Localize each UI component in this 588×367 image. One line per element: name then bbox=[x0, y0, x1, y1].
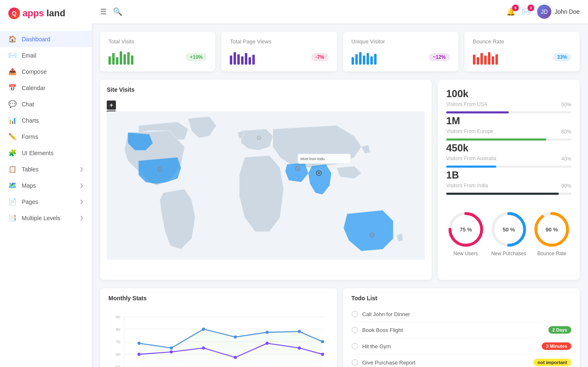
svg-point-49 bbox=[170, 350, 173, 354]
svg-text:50: 50 bbox=[116, 364, 120, 367]
compose-icon: 📤 bbox=[8, 68, 17, 75]
sidebar-item-maps[interactable]: 🗺️ Maps ❯ bbox=[0, 177, 92, 194]
dashboard-icon: 🏠 bbox=[8, 35, 17, 43]
svg-text:50 %: 50 % bbox=[503, 226, 515, 233]
svg-text:80: 80 bbox=[116, 327, 120, 332]
sidebar-label-forms: Forms bbox=[22, 133, 38, 140]
sidebar-label-chat: Chat bbox=[22, 101, 34, 108]
svg-text:Mort fron Indu: Mort fron Indu bbox=[301, 157, 325, 161]
todo-text-1: Book Boss Flight bbox=[362, 327, 544, 333]
vs-value: 1M bbox=[446, 115, 571, 127]
bar bbox=[123, 54, 126, 65]
svg-point-6 bbox=[297, 168, 298, 169]
vs-pct: 40% bbox=[561, 156, 571, 162]
sidebar-label-charts: Charts bbox=[22, 117, 39, 124]
sidebar-item-chat[interactable]: 💬 Chat bbox=[0, 96, 92, 112]
sidebar-item-calendar[interactable]: 📅 Calendar bbox=[0, 80, 92, 96]
svg-point-52 bbox=[266, 342, 269, 345]
svg-point-44 bbox=[234, 335, 237, 339]
tables-icon: 📋 bbox=[8, 165, 17, 173]
menu-icon[interactable]: ☰ bbox=[100, 7, 107, 16]
vs-bar-fill bbox=[446, 111, 509, 113]
sidebar-nav: 🏠 Dashboard ✉️ Email 📤 Compose 📅 Calenda… bbox=[0, 27, 92, 367]
svg-point-41 bbox=[138, 342, 141, 345]
vs-bar-bg bbox=[446, 166, 571, 168]
search-icon[interactable]: 🔍 bbox=[113, 7, 122, 16]
todo-checkbox-0[interactable] bbox=[352, 311, 358, 317]
bar bbox=[367, 53, 369, 65]
sidebar-label-ui-elements: UI Elements bbox=[22, 150, 53, 156]
sidebar-item-charts[interactable]: 📊 Charts bbox=[0, 112, 92, 128]
vs-value: 1B bbox=[446, 169, 571, 181]
todo-checkbox-1[interactable] bbox=[352, 327, 358, 333]
todo-item-2: Hit the Gym 3 Minutes bbox=[352, 338, 572, 354]
main-content: ☰ 🔍 🔔 5 ✉️ 3 JD John Doe Total Visits +1… bbox=[92, 0, 588, 367]
sidebar-item-tables[interactable]: 📋 Tables ❯ bbox=[0, 161, 92, 177]
stat-card-3: Bounce Rate 33% bbox=[465, 32, 580, 71]
sidebar-item-pages[interactable]: 📄 Pages ❯ bbox=[0, 194, 92, 210]
svg-point-2 bbox=[159, 169, 160, 170]
stat-badge: ~12% bbox=[429, 53, 450, 61]
todo-text-0: Call John for Dinner bbox=[362, 311, 572, 317]
sidebar-item-email[interactable]: ✉️ Email bbox=[0, 47, 92, 63]
expand-arrow: ❯ bbox=[80, 215, 83, 221]
logo-icon: Q bbox=[8, 8, 20, 19]
avatar: JD bbox=[537, 5, 551, 19]
stat-badge: +10% bbox=[186, 53, 207, 61]
sidebar-label-email: Email bbox=[22, 52, 36, 59]
sidebar-item-dashboard[interactable]: 🏠 Dashboard bbox=[0, 31, 92, 47]
app-logo[interactable]: Q apps land bbox=[0, 0, 92, 27]
bar bbox=[488, 52, 490, 65]
bar bbox=[127, 52, 130, 65]
vs-label: Visitors From Europe bbox=[446, 128, 493, 134]
bar bbox=[120, 51, 122, 65]
bar bbox=[252, 55, 255, 65]
bar bbox=[112, 53, 115, 65]
todo-checkbox-3[interactable] bbox=[352, 359, 358, 366]
user-name: John Doe bbox=[555, 8, 580, 15]
stat-body: -7% bbox=[230, 50, 328, 65]
bar bbox=[230, 55, 232, 65]
vs-pct: 90% bbox=[561, 183, 571, 189]
notifications-button[interactable]: 🔔 5 bbox=[506, 7, 515, 16]
middle-section: Site Visits + - bbox=[100, 80, 580, 280]
visitor-stat-3: 1B Visitors From India 90% bbox=[446, 169, 571, 195]
stat-bars bbox=[352, 50, 377, 65]
todo-list: Call John for Dinner Book Boss Flight 2 … bbox=[352, 307, 572, 367]
chat-icon: 💬 bbox=[8, 100, 17, 108]
sidebar-item-compose[interactable]: 📤 Compose bbox=[0, 63, 92, 80]
donut-label-0: New Users bbox=[447, 251, 485, 256]
stats-row: Total Visits +10% Total Page Views -7% U… bbox=[100, 32, 580, 71]
sidebar-item-multiple-levels[interactable]: 📑 Multiple Levels ❯ bbox=[0, 210, 92, 226]
vs-value: 100k bbox=[446, 88, 571, 100]
bar bbox=[116, 57, 118, 65]
pages-icon: 📄 bbox=[8, 198, 17, 206]
svg-text:70: 70 bbox=[116, 339, 120, 344]
bar bbox=[370, 56, 373, 65]
stat-card-1: Total Page Views -7% bbox=[221, 32, 337, 71]
svg-point-54 bbox=[321, 353, 324, 356]
sidebar-item-forms[interactable]: ✏️ Forms bbox=[0, 128, 92, 145]
stat-body: 33% bbox=[473, 50, 571, 65]
ui-elements-icon: 🧩 bbox=[8, 149, 17, 157]
todo-checkbox-2[interactable] bbox=[352, 343, 358, 349]
charts-icon: 📊 bbox=[8, 116, 17, 124]
vs-bar-bg bbox=[446, 111, 571, 113]
stat-card-2: Unique Visitor ~12% bbox=[343, 32, 458, 71]
svg-text:90: 90 bbox=[116, 314, 120, 319]
messages-button[interactable]: ✉️ 3 bbox=[522, 7, 531, 16]
user-profile[interactable]: JD John Doe bbox=[537, 5, 580, 19]
donut-label-2: Bounce Rate bbox=[533, 251, 570, 256]
stat-body: ~12% bbox=[352, 50, 450, 65]
sidebar-label-maps: Maps bbox=[22, 182, 36, 189]
content-area: Total Visits +10% Total Page Views -7% U… bbox=[92, 23, 588, 367]
stat-badge: 33% bbox=[553, 53, 571, 61]
header-actions: 🔔 5 ✉️ 3 JD John Doe bbox=[506, 5, 580, 19]
donut-2: 90 % Bounce Rate bbox=[533, 211, 570, 256]
stat-bars bbox=[108, 50, 133, 65]
stat-body: +10% bbox=[108, 50, 207, 65]
vs-bar-fill bbox=[446, 166, 496, 168]
sidebar-label-multiple-levels: Multiple Levels bbox=[22, 215, 60, 221]
vs-label: Visitors From Australia bbox=[446, 156, 496, 161]
sidebar-item-ui-elements[interactable]: 🧩 UI Elements bbox=[0, 145, 92, 161]
